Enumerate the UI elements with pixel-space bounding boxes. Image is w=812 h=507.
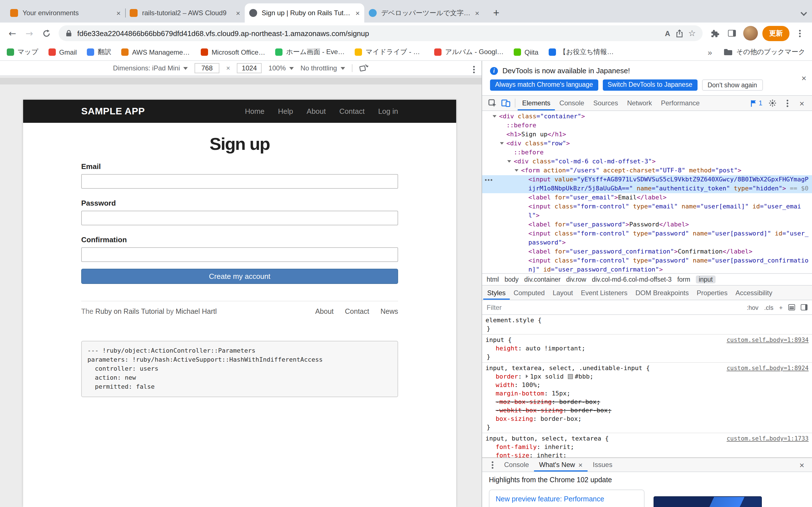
tab-close-icon[interactable]: ×: [356, 9, 360, 17]
tab-close-icon[interactable]: ×: [236, 9, 240, 17]
browser-menu-icon[interactable]: [792, 25, 808, 41]
sidebar-tab-accessibility[interactable]: Accessibility: [731, 286, 776, 300]
bookmark-item[interactable]: AWS Management…: [121, 48, 191, 56]
tab-console[interactable]: Console: [555, 96, 589, 110]
filter-input[interactable]: Filter: [487, 303, 741, 311]
tab-elements[interactable]: Elements: [518, 96, 555, 110]
profile-avatar[interactable]: [743, 26, 758, 41]
new-tab-button[interactable]: +: [488, 5, 504, 21]
side-panel-icon[interactable]: [724, 25, 740, 41]
infobar-button-switch-devtools-to-japanese[interactable]: Switch DevTools to Japanese: [603, 79, 697, 91]
app-brand-link[interactable]: SAMPLE APP: [81, 106, 145, 117]
hov-toggle[interactable]: :hov: [747, 304, 759, 311]
bookmark-item[interactable]: 翻訳: [87, 47, 111, 57]
new-style-rule-icon[interactable]: +: [779, 304, 783, 311]
rotate-icon[interactable]: [359, 63, 368, 73]
footer-link-news[interactable]: News: [380, 307, 398, 316]
browser-tab-your-environments[interactable]: Your environments×: [6, 3, 125, 22]
rule-source-link[interactable]: custom.self…body=1:8924: [722, 364, 809, 372]
drawer-tab-what-s-new[interactable]: What's New×: [534, 458, 588, 471]
other-bookmarks-button[interactable]: その他のブックマーク: [723, 47, 806, 57]
tab-close-icon[interactable]: ×: [116, 9, 121, 17]
dom-tree-node[interactable]: <label for="user_password">Password</lab…: [482, 220, 812, 229]
nav-link-log-in[interactable]: Log in: [378, 107, 398, 115]
crumb-html[interactable]: html: [487, 276, 499, 283]
dom-tree-node[interactable]: <input value="yEYsff+AG8971LvSDWVSuS5cL9…: [482, 175, 812, 193]
dom-tree-node[interactable]: ::before: [482, 148, 812, 157]
css-property-height[interactable]: height: auto !important;: [486, 344, 809, 353]
devtools-menu-icon[interactable]: [780, 96, 794, 110]
css-property-font-size[interactable]: font-size: inherit;: [486, 451, 809, 457]
bookmark-item[interactable]: マップ: [7, 47, 38, 57]
address-bar[interactable]: fd6e33ea22044866b66bb679dfd41d68.vfs.clo…: [59, 25, 703, 41]
email-input[interactable]: [81, 174, 398, 189]
tab-network[interactable]: Network: [622, 96, 656, 110]
tab-search-button[interactable]: [801, 11, 805, 16]
expand-arrow-icon[interactable]: [507, 160, 511, 163]
dom-tree-node[interactable]: <input class="form-control" type="passwo…: [482, 229, 812, 247]
cls-toggle[interactable]: .cls: [764, 304, 773, 311]
device-toggle-icon[interactable]: [499, 96, 513, 110]
browser-tab-rails-tutorial2-aws-cloud9[interactable]: rails-tutorial2 – AWS Cloud9×: [125, 3, 245, 22]
url-text[interactable]: fd6e33ea22044866b66bb679dfd41d68.vfs.clo…: [77, 29, 660, 38]
tab-performance[interactable]: Performance: [656, 96, 704, 110]
rule-source-link[interactable]: custom.self…body=1:8934: [722, 336, 809, 344]
sidebar-tab-event-listeners[interactable]: Event Listeners: [577, 286, 631, 300]
sidebar-tab-styles[interactable]: Styles: [483, 286, 509, 300]
tab-close-icon[interactable]: ×: [475, 9, 479, 17]
browser-tab-sign-up-ruby-on-rails-tutorial[interactable]: Sign up | Ruby on Rails Tutorial×: [245, 3, 364, 22]
update-button[interactable]: 更新: [762, 25, 790, 41]
bookmark-item[interactable]: 【お役立ち情報】絶…: [549, 47, 618, 57]
bookmark-star-icon[interactable]: ☆: [688, 28, 696, 38]
rule-selector[interactable]: input, button, select, textarea {: [486, 434, 609, 443]
device-width-input[interactable]: 768: [195, 63, 219, 73]
browser-tab-[interactable]: デベロッパーツールで文字サイズを…×: [364, 3, 484, 22]
footer-link-ruby-on-rails-tutorial[interactable]: Ruby on Rails Tutorial: [95, 307, 164, 316]
expand-arrow-icon[interactable]: [493, 115, 497, 118]
device-height-input[interactable]: 1024: [237, 63, 262, 73]
dom-tree-node[interactable]: <div class="row">: [482, 139, 812, 148]
tab-sources[interactable]: Sources: [589, 96, 622, 110]
rule-selector[interactable]: input {: [486, 336, 512, 344]
dom-tree-node[interactable]: <div class="container">: [482, 112, 812, 121]
expand-arrow-icon[interactable]: [500, 142, 504, 145]
reload-button[interactable]: [38, 25, 54, 41]
crumb-div-col-md-6-col-md-offset-3[interactable]: div.col-md-6.col-md-offset-3: [592, 276, 672, 283]
bookmark-item[interactable]: ホーム画面 - Evern…: [275, 47, 345, 57]
bookmark-item[interactable]: Gmail: [49, 48, 77, 56]
dom-tree-node[interactable]: <label for="user_email">Email</label>: [482, 193, 812, 202]
inspect-icon[interactable]: [486, 96, 499, 110]
computed-grid-icon[interactable]: [788, 304, 795, 311]
infobar-close-icon[interactable]: ×: [801, 73, 806, 83]
translate-icon[interactable]: A: [665, 29, 670, 38]
share-icon[interactable]: [675, 29, 683, 38]
devtools-close-icon[interactable]: ×: [795, 96, 809, 110]
crumb-div-row[interactable]: div.row: [566, 276, 586, 283]
forward-button[interactable]: →: [21, 25, 37, 41]
crumb-input[interactable]: input: [696, 276, 716, 283]
css-property-moz-box-sizing[interactable]: -moz-box-sizing: border-box;: [486, 398, 809, 406]
infobar-button-always-match-chrome-s-language[interactable]: Always match Chrome's language: [490, 79, 598, 91]
bookmark-item[interactable]: マイドライブ - Goo…: [355, 47, 424, 57]
dom-tree-node[interactable]: <form action="/users" accept-charset="UT…: [482, 166, 812, 175]
sidebar-tab-properties[interactable]: Properties: [693, 286, 731, 300]
nav-link-contact[interactable]: Contact: [340, 107, 365, 115]
css-property-box-sizing[interactable]: box-sizing: border-box;: [486, 414, 809, 423]
css-property-font-family[interactable]: font-family: inherit;: [486, 443, 809, 451]
sidebar-layout-icon[interactable]: [801, 304, 808, 311]
infobar-button-don-t-show-again[interactable]: Don't show again: [702, 79, 763, 91]
issues-flag-icon[interactable]: 1: [749, 99, 765, 107]
device-dimensions-select[interactable]: Dimensions: iPad Mini: [113, 64, 188, 72]
dom-tree-node[interactable]: <input class="form-control" type="email"…: [482, 202, 812, 220]
css-property-border[interactable]: border: 1px solid #bbb;: [486, 372, 809, 381]
bookmark-item[interactable]: Qiita: [514, 48, 538, 56]
device-zoom-select[interactable]: 100%: [268, 64, 294, 72]
dom-tree-node[interactable]: <label for="user_password_confirmation">…: [482, 247, 812, 256]
sidebar-tab-layout[interactable]: Layout: [549, 286, 577, 300]
css-property-margin-bottom[interactable]: margin-bottom: 15px;: [486, 389, 809, 398]
password-input[interactable]: [81, 211, 398, 225]
rule-selector[interactable]: element.style {: [486, 316, 542, 325]
drawer-tab-console[interactable]: Console: [499, 458, 534, 471]
node-menu-icon[interactable]: [485, 179, 487, 181]
whats-new-card-title[interactable]: New preview feature: Performance: [496, 495, 604, 503]
